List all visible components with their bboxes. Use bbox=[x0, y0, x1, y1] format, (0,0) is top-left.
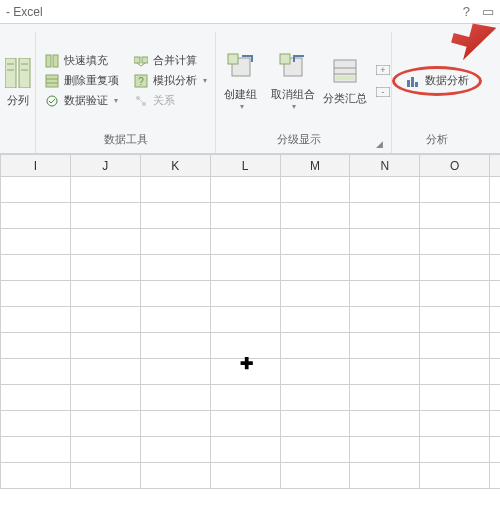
cell[interactable] bbox=[70, 307, 140, 333]
cell[interactable] bbox=[280, 177, 350, 203]
cell[interactable] bbox=[1, 411, 71, 437]
column-header[interactable]: J bbox=[70, 155, 140, 177]
column-header[interactable]: P bbox=[490, 155, 500, 177]
spreadsheet[interactable]: IJKLMNOP ✚ bbox=[0, 154, 500, 489]
cell[interactable] bbox=[70, 385, 140, 411]
cell[interactable] bbox=[1, 359, 71, 385]
help-icon[interactable]: ? bbox=[463, 4, 470, 19]
cell[interactable] bbox=[140, 203, 210, 229]
cell[interactable] bbox=[1, 255, 71, 281]
cell[interactable] bbox=[70, 203, 140, 229]
cell[interactable] bbox=[420, 307, 490, 333]
cell[interactable] bbox=[1, 307, 71, 333]
subtotal-button[interactable]: 分类汇总 bbox=[321, 53, 369, 108]
cell[interactable] bbox=[280, 203, 350, 229]
consolidate-button[interactable]: 合并计算 bbox=[131, 52, 209, 70]
cell[interactable] bbox=[1, 385, 71, 411]
text-to-columns-button[interactable]: 分列 bbox=[3, 55, 33, 110]
cell[interactable] bbox=[140, 411, 210, 437]
cell[interactable] bbox=[1, 203, 71, 229]
cell[interactable] bbox=[70, 177, 140, 203]
cell[interactable] bbox=[210, 385, 280, 411]
cell[interactable] bbox=[350, 229, 420, 255]
flash-fill-button[interactable]: 快速填充 bbox=[42, 52, 121, 70]
cell[interactable] bbox=[420, 385, 490, 411]
cell[interactable] bbox=[490, 307, 500, 333]
cell[interactable] bbox=[140, 385, 210, 411]
cell[interactable] bbox=[140, 255, 210, 281]
cell[interactable] bbox=[350, 281, 420, 307]
cell[interactable] bbox=[280, 229, 350, 255]
cell[interactable] bbox=[70, 229, 140, 255]
cell[interactable] bbox=[420, 281, 490, 307]
cell[interactable] bbox=[350, 203, 420, 229]
grid-table[interactable]: IJKLMNOP bbox=[0, 154, 500, 489]
cell[interactable] bbox=[350, 333, 420, 359]
cell[interactable] bbox=[490, 177, 500, 203]
cell[interactable] bbox=[70, 411, 140, 437]
cell[interactable] bbox=[490, 437, 500, 463]
cell[interactable] bbox=[140, 307, 210, 333]
cell[interactable] bbox=[280, 333, 350, 359]
data-validation-button[interactable]: 数据验证▾ bbox=[42, 92, 121, 110]
cell[interactable] bbox=[210, 229, 280, 255]
cell[interactable] bbox=[350, 385, 420, 411]
cell[interactable] bbox=[350, 411, 420, 437]
cell[interactable] bbox=[140, 437, 210, 463]
column-header[interactable]: O bbox=[420, 155, 490, 177]
restore-icon[interactable]: ▭ bbox=[482, 4, 494, 19]
cell[interactable] bbox=[210, 463, 280, 489]
column-header[interactable]: M bbox=[280, 155, 350, 177]
cell[interactable] bbox=[1, 437, 71, 463]
cell[interactable] bbox=[420, 359, 490, 385]
cell[interactable] bbox=[140, 359, 210, 385]
cell[interactable] bbox=[350, 359, 420, 385]
cell[interactable] bbox=[420, 203, 490, 229]
cell[interactable] bbox=[490, 359, 500, 385]
dialog-launcher-icon[interactable]: ◢ bbox=[376, 139, 383, 149]
cell[interactable] bbox=[490, 281, 500, 307]
cell[interactable] bbox=[490, 463, 500, 489]
cell[interactable] bbox=[70, 333, 140, 359]
cell[interactable] bbox=[70, 463, 140, 489]
cell[interactable] bbox=[490, 229, 500, 255]
cell[interactable] bbox=[420, 437, 490, 463]
cell[interactable] bbox=[140, 463, 210, 489]
cell[interactable] bbox=[490, 203, 500, 229]
cell[interactable] bbox=[420, 177, 490, 203]
cell[interactable] bbox=[1, 333, 71, 359]
cell[interactable] bbox=[1, 463, 71, 489]
cell[interactable] bbox=[70, 359, 140, 385]
cell[interactable] bbox=[420, 255, 490, 281]
hide-detail-icon[interactable]: - bbox=[375, 84, 391, 100]
cell[interactable] bbox=[70, 437, 140, 463]
cell[interactable] bbox=[280, 411, 350, 437]
cell[interactable] bbox=[420, 411, 490, 437]
cell[interactable] bbox=[210, 437, 280, 463]
cell[interactable] bbox=[490, 411, 500, 437]
cell[interactable] bbox=[280, 437, 350, 463]
cell[interactable] bbox=[1, 229, 71, 255]
ungroup-button[interactable]: 取消组合 ▾ bbox=[269, 49, 317, 113]
cell[interactable] bbox=[350, 463, 420, 489]
cell[interactable] bbox=[280, 463, 350, 489]
cell[interactable] bbox=[490, 333, 500, 359]
cell[interactable] bbox=[490, 385, 500, 411]
cell[interactable] bbox=[140, 333, 210, 359]
cell[interactable] bbox=[490, 255, 500, 281]
remove-duplicates-button[interactable]: 删除重复项 bbox=[42, 72, 121, 90]
cell[interactable] bbox=[210, 255, 280, 281]
cell[interactable] bbox=[210, 359, 280, 385]
cell[interactable] bbox=[350, 177, 420, 203]
show-detail-icon[interactable]: + bbox=[375, 62, 391, 78]
cell[interactable] bbox=[70, 281, 140, 307]
data-analysis-button[interactable]: 数据分析 bbox=[392, 66, 482, 96]
cell[interactable] bbox=[350, 255, 420, 281]
column-header[interactable]: N bbox=[350, 155, 420, 177]
column-header[interactable]: L bbox=[210, 155, 280, 177]
cell[interactable] bbox=[1, 281, 71, 307]
cell[interactable] bbox=[70, 255, 140, 281]
column-header[interactable]: I bbox=[1, 155, 71, 177]
group-button[interactable]: 创建组 ▾ bbox=[217, 49, 265, 113]
cell[interactable] bbox=[210, 307, 280, 333]
